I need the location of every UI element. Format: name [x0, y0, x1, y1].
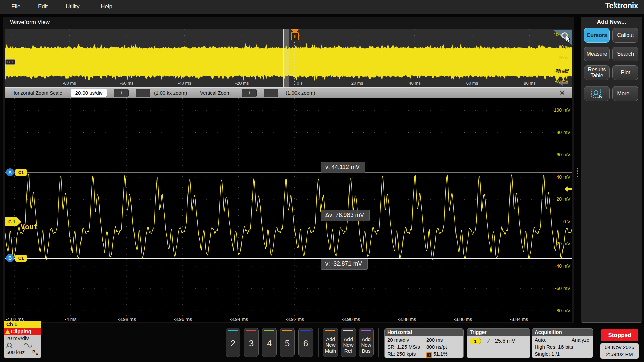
- warning-icon: [5, 329, 10, 334]
- main-voltage-label: 20 mV: [533, 196, 570, 202]
- v-zoom-plus-button[interactable]: +: [242, 89, 257, 97]
- more-button[interactable]: More...: [612, 86, 638, 101]
- cursors-button[interactable]: Cursors: [584, 28, 610, 43]
- cursor-b-readout[interactable]: v: -32.871 mV: [321, 259, 368, 270]
- time-label: 2:59:02 PM: [600, 351, 639, 358]
- brand-suffix: tronix: [618, 1, 638, 10]
- waveform-view-title: Waveform View: [10, 19, 50, 26]
- horizontal-value: 800 ns/pt: [426, 344, 447, 350]
- acquisition-panel[interactable]: Acquisition Auto,Analyze High Res: 16 bi…: [532, 328, 593, 358]
- menu-item-edit[interactable]: Edit: [38, 3, 48, 10]
- channel-6-button[interactable]: 6: [298, 328, 313, 357]
- zoom-window-indicator[interactable]: [283, 29, 289, 87]
- channel-5-button[interactable]: 5: [280, 328, 295, 357]
- overview-time-label: 60 ms: [466, 81, 478, 86]
- cursor-a-channel-chip[interactable]: C1: [15, 169, 27, 176]
- v-zoom-minus-button[interactable]: −: [264, 89, 278, 97]
- overview-time-label: -20 ms: [235, 81, 249, 86]
- add-new-bus-button[interactable]: AddNewBus: [359, 328, 374, 357]
- menu-item-utility[interactable]: Utility: [66, 3, 80, 10]
- overview-voltage-label: -60 mV: [535, 79, 568, 84]
- panel-divider-handle[interactable]: [577, 166, 578, 178]
- measure-button[interactable]: Measure: [584, 47, 610, 61]
- bandwidth-limit-icon: BW: [32, 349, 38, 355]
- main-time-label: -3.94 ms: [230, 317, 248, 322]
- channel-1-name: Ch 1: [4, 321, 41, 328]
- channel-4-label: 4: [262, 338, 276, 349]
- main-time-axis: -4.02 ms-4 ms-3.98 ms-3.96 ms-3.94 ms-3.…: [5, 317, 572, 322]
- overview-channel-badge: C 1: [5, 59, 15, 65]
- channel-5-color-stripe: [282, 330, 292, 331]
- edge-rising-icon: [484, 338, 493, 344]
- main-voltage-label: 40 mV: [533, 174, 570, 180]
- callout-button[interactable]: Callout: [612, 28, 638, 43]
- add-new-ref-button[interactable]: AddNewRef: [341, 328, 356, 357]
- cursor-b-channel-chip[interactable]: C1: [15, 255, 27, 262]
- main-time-label: -3.88 ms: [398, 317, 416, 322]
- channel-4-button[interactable]: 4: [262, 328, 277, 357]
- waveform-view-panel: Waveform View C 1 T -80 ms-60 ms-40 ms-2…: [3, 17, 574, 323]
- add-new-separator: [583, 83, 639, 83]
- trigger-t-icon: T: [426, 352, 432, 358]
- channel-2-button[interactable]: 2: [226, 328, 240, 357]
- horizontal-panel[interactable]: Horizontal 20 ms/div200 msSR: 1.25 MS/s8…: [384, 328, 464, 358]
- horizontal-value: SR: 1.25 MS/s: [387, 344, 420, 350]
- clipping-label: Clipping: [11, 328, 31, 335]
- horizontal-zoom-scale-input[interactable]: 20.00 us/div: [71, 89, 107, 97]
- ac-coupling-icon: [23, 343, 32, 348]
- main-voltage-label: 80 mV: [533, 130, 570, 135]
- horizontal-zoom-scale-label: Horizontal Zoom Scale: [11, 90, 62, 96]
- channel-3-button[interactable]: 3: [244, 328, 259, 357]
- trigger-source-badge: 1: [470, 338, 481, 344]
- run-state-button[interactable]: Stopped: [601, 329, 638, 341]
- trigger-level-value: 25.6 mV: [495, 338, 515, 344]
- brand-prefix: Te: [605, 1, 613, 10]
- zoom-scale-bar: Horizontal Zoom Scale 20.00 us/div + − (…: [5, 87, 572, 99]
- plot-button[interactable]: Plot: [612, 65, 638, 80]
- delta-v-readout[interactable]: Δv: 76.983 mV: [321, 210, 370, 221]
- main-voltage-label: -60 mV: [533, 286, 570, 291]
- add-new-header: Add New...: [581, 19, 642, 25]
- stripe-icon: [343, 330, 353, 331]
- stripe-icon: [361, 330, 371, 331]
- overview-voltage-label: 100 mV: [535, 32, 568, 37]
- overview-voltage-label: 20 m: [535, 56, 568, 60]
- cursor-b-badge[interactable]: B: [6, 254, 14, 262]
- acquisition-single: Single: 1 /1: [535, 351, 560, 357]
- h-zoom-plus-button[interactable]: +: [114, 89, 129, 97]
- results-table-button[interactable]: Results Table: [584, 65, 610, 80]
- channel-name-label: Vout: [21, 223, 38, 231]
- channel-1-badge[interactable]: Ch 1 Clipping 20 mV/div 500 kHz BW: [4, 321, 41, 358]
- horizontal-value: RL: 250 kpts: [387, 351, 416, 357]
- acquisition-resolution: High Res: 16 bits: [535, 344, 573, 350]
- close-icon[interactable]: ✕: [558, 89, 566, 97]
- zoom-select-button[interactable]: [584, 86, 610, 101]
- menu-item-file[interactable]: File: [11, 3, 20, 10]
- main-time-label: -3.92 ms: [286, 317, 304, 322]
- h-zoom-minus-button[interactable]: −: [136, 89, 150, 97]
- brand-k-wrap: k: [613, 1, 618, 10]
- channel-1-bandwidth: 500 kHz: [6, 349, 25, 355]
- trigger-panel[interactable]: Trigger 1 25.6 mV: [467, 328, 530, 358]
- overview-time-label: 20 ms: [351, 81, 363, 86]
- button-label: AddNewMath: [323, 336, 338, 354]
- cursor-a-badge[interactable]: A: [6, 168, 14, 176]
- menu-item-help[interactable]: Help: [101, 3, 112, 10]
- main-voltage-label: -40 mV: [533, 263, 570, 269]
- search-button[interactable]: Search: [612, 47, 638, 61]
- trigger-position-marker[interactable]: T: [291, 29, 299, 40]
- overview-voltage-label: 60 m: [535, 45, 568, 49]
- main-time-label: -3.90 ms: [342, 317, 360, 322]
- overview-time-label: -40 ms: [178, 81, 191, 86]
- zoomed-waveform-plot[interactable]: A C1 B C1 v: 44.112 mV Δv: 76.983 mV v: …: [5, 98, 572, 317]
- group-separator: [378, 328, 379, 357]
- main-time-label: -4 ms: [65, 317, 77, 322]
- channel-1-scale: 20 mV/div: [6, 335, 29, 341]
- overview-plot[interactable]: C 1 T -80 ms-60 ms-40 ms-20 ms0 s20 ms40…: [5, 29, 572, 87]
- main-time-label: -3.86 ms: [454, 317, 472, 322]
- main-voltage-label: 60 mV: [533, 152, 570, 157]
- vertical-zoom-label: Vertical Zoom: [200, 90, 231, 96]
- cursor-a-readout[interactable]: v: 44.112 mV: [321, 162, 365, 173]
- add-new-math-button[interactable]: AddNewMath: [323, 328, 338, 357]
- datetime-display: 04 Nov 2025 2:59:02 PM: [600, 343, 639, 359]
